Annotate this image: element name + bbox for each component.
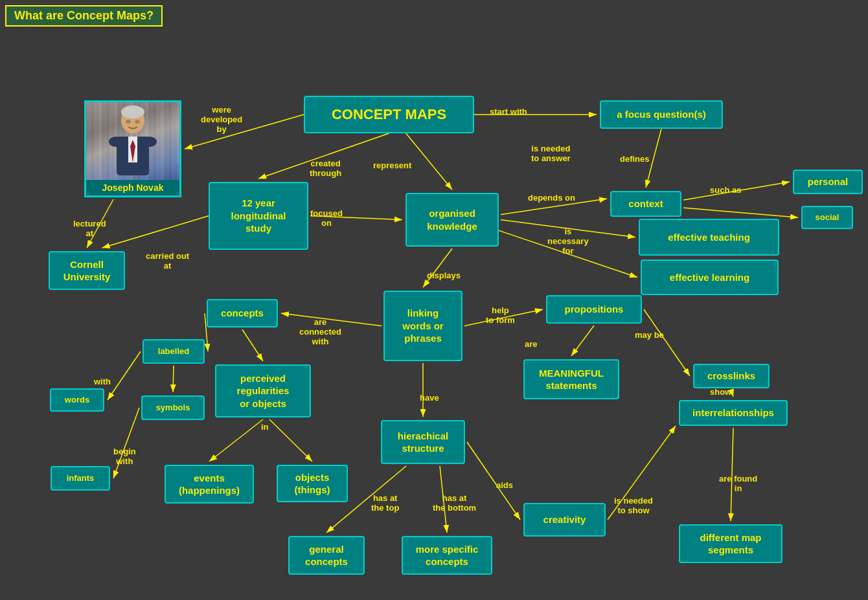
node-concepts: concepts: [207, 299, 278, 328]
node-concept_maps: CONCEPT MAPS: [304, 96, 474, 133]
node-effective_learning: effective learning: [641, 260, 779, 295]
link-label-1: start with: [490, 107, 527, 117]
link-label-27: has at the bottom: [433, 493, 476, 513]
link-label-11: carried out at: [146, 251, 189, 271]
node-labelled: labelled: [143, 339, 205, 364]
node-perceived: perceived regularities or objects: [215, 364, 311, 417]
link-label-17: are: [525, 339, 538, 349]
node-objects: objects (things): [277, 465, 348, 502]
link-label-26: has at the top: [371, 493, 399, 513]
node-context: context: [610, 191, 681, 217]
link-label-16: with: [94, 377, 111, 386]
node-personal: personal: [793, 170, 863, 194]
node-social: social: [801, 206, 853, 229]
link-label-19: have: [420, 393, 439, 403]
link-label-14: help to form: [486, 306, 515, 325]
link-label-18: may be: [635, 330, 664, 340]
node-more_specific: more specific concepts: [402, 536, 492, 575]
link-label-8: is necessary for: [547, 227, 589, 256]
node-interrelationships: interrelationships: [679, 400, 788, 426]
node-different_map: different map segments: [679, 524, 782, 563]
node-general_concepts: general concepts: [288, 536, 365, 575]
svg-point-37: [126, 120, 131, 124]
svg-point-35: [109, 137, 124, 147]
link-label-7: depends on: [528, 193, 575, 203]
link-label-4: is needed to answer: [531, 144, 571, 163]
link-label-9: such as: [710, 185, 741, 195]
link-label-12: displays: [427, 271, 461, 280]
svg-point-38: [135, 120, 140, 124]
node-words: words: [50, 388, 104, 412]
node-organised_knowledge: organised knowledge: [405, 193, 499, 247]
node-hierarchical: hierachical structure: [381, 420, 465, 464]
node-crosslinks: crosslinks: [693, 364, 770, 388]
link-label-21: in: [261, 422, 269, 432]
link-label-23: aids: [496, 480, 513, 490]
title-bar: What are Concept Maps?: [5, 5, 163, 27]
link-label-20: show: [710, 387, 731, 397]
node-focus_question: a focus question(s): [600, 100, 723, 129]
link-label-2: created through: [310, 159, 341, 178]
node-symbols: symbols: [141, 395, 205, 420]
photo-label: Joseph Novak: [86, 180, 179, 195]
node-longitudinal: 12 year longitudinal study: [209, 182, 308, 250]
node-cornell: Cornell University: [49, 251, 125, 290]
link-label-13: are connected with: [299, 317, 341, 346]
link-label-24: is needed to show: [614, 496, 653, 515]
node-propositions: propositions: [546, 295, 642, 324]
link-label-0: were developed by: [201, 105, 242, 134]
node-meaningful: MEANINGFUL statements: [523, 359, 619, 399]
link-label-6: focused on: [310, 208, 343, 228]
node-creativity: creativity: [523, 503, 606, 537]
node-events: events (happenings): [165, 465, 254, 504]
link-label-25: are found in: [719, 474, 757, 493]
link-label-3: represent: [373, 161, 411, 170]
link-label-10: lectured at: [73, 219, 106, 238]
joseph-novak-photo: Joseph Novak: [84, 100, 181, 197]
node-linking_words: linking words or phrases: [383, 291, 463, 361]
link-label-5: defines: [620, 154, 650, 164]
link-label-22: begin with: [113, 447, 136, 466]
svg-point-36: [141, 137, 157, 147]
node-effective_teaching: effective teaching: [639, 219, 779, 256]
svg-point-31: [121, 106, 144, 118]
node-infants: infants: [51, 466, 110, 491]
